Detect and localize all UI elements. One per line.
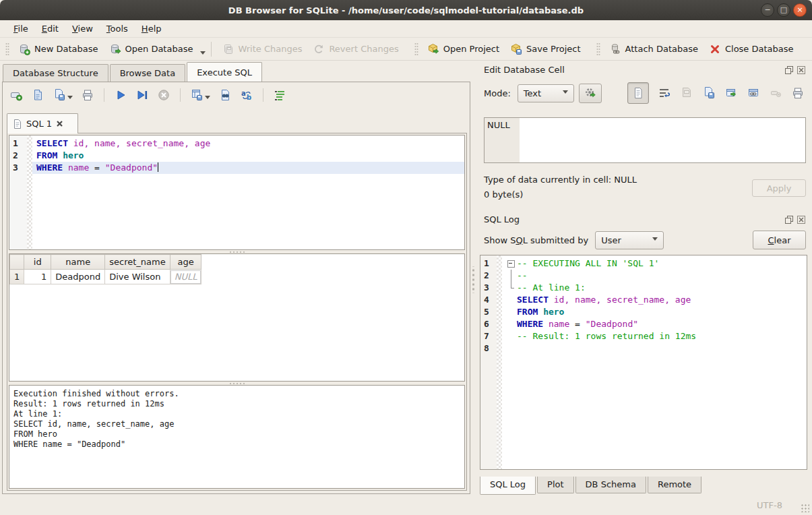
sql-editor[interactable]: 123 SELECT id, name, secret_name, ageFRO…	[9, 135, 465, 250]
save-file-icon	[53, 88, 66, 102]
open-project-button[interactable]: Open Project	[423, 40, 504, 58]
open-database-dropdown-caret-icon[interactable]	[200, 51, 206, 57]
close-database-button[interactable]: Close Database	[704, 40, 799, 58]
log-filter-select[interactable]: User	[595, 231, 664, 249]
tab-remote[interactable]: Remote	[648, 477, 701, 493]
maximize-button[interactable]: □	[777, 3, 790, 17]
encoding-selector[interactable]: UTF-8	[757, 500, 782, 510]
sql-log-view: 12345678 -- EXECUTING ALL IN 'SQL 1'----…	[480, 255, 807, 470]
sql-editor-toolbar: ab	[9, 88, 286, 102]
execute-line-button[interactable]	[135, 88, 149, 102]
close-panel-icon[interactable]	[797, 215, 805, 224]
drag-handle[interactable]	[5, 42, 9, 56]
close-database-label: Close Database	[725, 44, 794, 54]
revert-changes-button: Revert Changes	[308, 40, 403, 58]
cell-name[interactable]: Deadpond	[51, 270, 105, 284]
window-titlebar[interactable]: DB Browser for SQLite - /home/user/code/…	[0, 0, 812, 20]
tab-execute-sql[interactable]: Execute SQL	[187, 62, 262, 82]
editor-code-area[interactable]: SELECT id, name, secret_name, ageFROM he…	[32, 135, 464, 249]
log-line-numbers: 12345678	[480, 255, 497, 469]
new-database-button[interactable]: New Database	[13, 40, 103, 58]
column-header-age[interactable]: age	[170, 255, 201, 270]
open-database-button[interactable]: Open Database	[104, 40, 198, 58]
print-cell-icon[interactable]	[791, 86, 805, 100]
drag-handle[interactable]	[596, 42, 600, 56]
print-button[interactable]	[81, 88, 94, 102]
save-cell-icon[interactable]	[702, 86, 716, 100]
clear-log-button[interactable]: Clear	[753, 231, 806, 249]
tab-sql-log[interactable]: SQL Log	[480, 477, 536, 495]
menu-edit[interactable]: Edit	[35, 22, 65, 36]
export-results-button[interactable]	[190, 88, 210, 102]
column-header-id[interactable]: id	[24, 255, 51, 270]
line-number: 8	[484, 342, 497, 355]
cell-secret-name[interactable]: Dive Wilson	[105, 270, 170, 284]
menu-help[interactable]: Help	[135, 22, 168, 36]
close-tab-icon[interactable]	[56, 120, 63, 127]
export-cell-icon[interactable]	[724, 86, 738, 100]
mode-select[interactable]: Text	[518, 84, 574, 102]
fold-marker-icon[interactable]	[506, 258, 517, 270]
drag-handle[interactable]	[414, 42, 418, 56]
database-plus-icon	[18, 43, 30, 55]
open-project-icon	[427, 43, 439, 55]
column-header-secret-name[interactable]: secret_name	[105, 255, 170, 270]
menu-view[interactable]: View	[65, 22, 100, 36]
app-window: DB Browser for SQLite - /home/user/code/…	[0, 0, 812, 515]
menu-file[interactable]: File	[7, 22, 35, 36]
open-database-label: Open Database	[125, 44, 193, 54]
link-cell-icon[interactable]	[747, 86, 760, 100]
fold-guide	[506, 306, 517, 318]
apply-button: Apply	[752, 179, 806, 197]
cell-age[interactable]: NULL	[170, 270, 201, 284]
save-sql-file-button[interactable]	[53, 88, 73, 102]
replace-button[interactable]: ab	[240, 88, 253, 102]
save-dropdown-caret-icon[interactable]	[67, 96, 73, 102]
open-sql-file-button[interactable]	[31, 88, 44, 102]
text-mode-button[interactable]	[627, 82, 649, 104]
tab-db-schema[interactable]: DB Schema	[575, 477, 646, 493]
close-button[interactable]: ×	[793, 3, 807, 17]
auto-switch-mode-button[interactable]	[579, 84, 602, 103]
column-header-name[interactable]: name	[51, 255, 105, 270]
log-filter-label: Show SQL submitted by	[484, 235, 588, 245]
row-header[interactable]: 1	[10, 270, 24, 284]
menu-tools[interactable]: Tools	[100, 22, 135, 36]
close-window-icon: ×	[797, 6, 803, 13]
float-panel-icon[interactable]	[784, 215, 793, 224]
fold-guide	[506, 318, 517, 330]
save-project-button[interactable]: Save Project	[505, 40, 586, 58]
new-tab-icon	[9, 88, 23, 102]
text-mode-icon	[632, 87, 644, 99]
resize-grip[interactable]	[801, 504, 809, 512]
code-line: FROM hero	[502, 306, 807, 318]
cell-id[interactable]: 1	[24, 270, 51, 284]
word-wrap-icon[interactable]	[658, 86, 671, 100]
fold-guide	[506, 330, 517, 342]
tab-database-structure[interactable]: Database Structure	[3, 64, 108, 82]
line-number: 3	[484, 282, 497, 294]
format-sql-button[interactable]	[273, 88, 286, 102]
svg-text:b: b	[247, 94, 251, 101]
code-line: SELECT id, name, secret_name, age	[32, 138, 464, 150]
cell-type-info: Type of data currently in cell: NULL	[484, 175, 637, 185]
grid-corner[interactable]	[10, 255, 24, 270]
minimize-button[interactable]: −	[761, 3, 774, 17]
code-line: -- At line 1:	[502, 282, 807, 294]
attach-database-button[interactable]: Attach Database	[604, 40, 703, 58]
toolbar-separator	[211, 42, 212, 57]
cell-value-editor[interactable]: NULL	[484, 117, 806, 163]
export-dropdown-caret-icon[interactable]	[205, 96, 210, 102]
sql-document-tab[interactable]: SQL 1	[7, 113, 78, 133]
execute-all-button[interactable]	[114, 88, 127, 102]
float-panel-icon[interactable]	[784, 65, 793, 74]
svg-text:a: a	[241, 90, 246, 97]
tab-plot[interactable]: Plot	[537, 477, 574, 493]
new-tab-button[interactable]	[9, 88, 23, 102]
code-line: WHERE name = "Deadpond"	[502, 318, 807, 330]
find-button[interactable]	[218, 88, 232, 102]
tab-browse-data[interactable]: Browse Data	[110, 64, 186, 82]
write-changes-icon	[222, 43, 234, 55]
close-panel-icon[interactable]	[797, 65, 805, 74]
line-number: 1	[13, 138, 27, 150]
